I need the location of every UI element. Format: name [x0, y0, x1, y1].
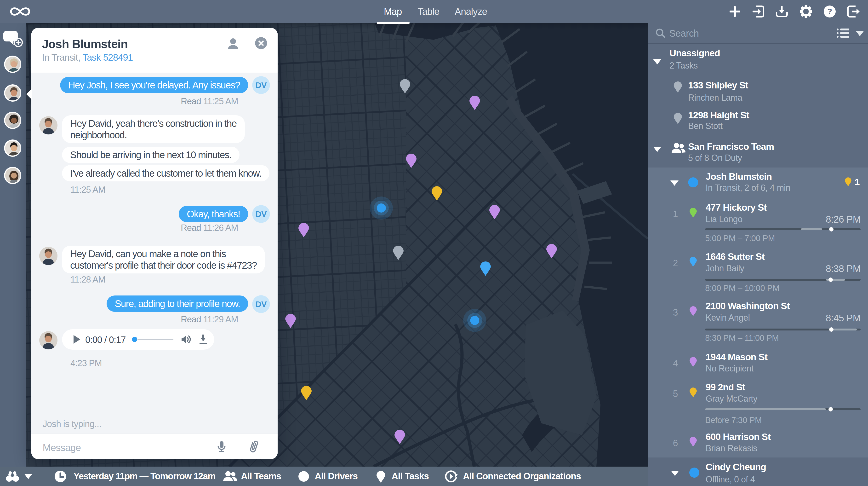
svg-text:?: ? [827, 7, 832, 16]
